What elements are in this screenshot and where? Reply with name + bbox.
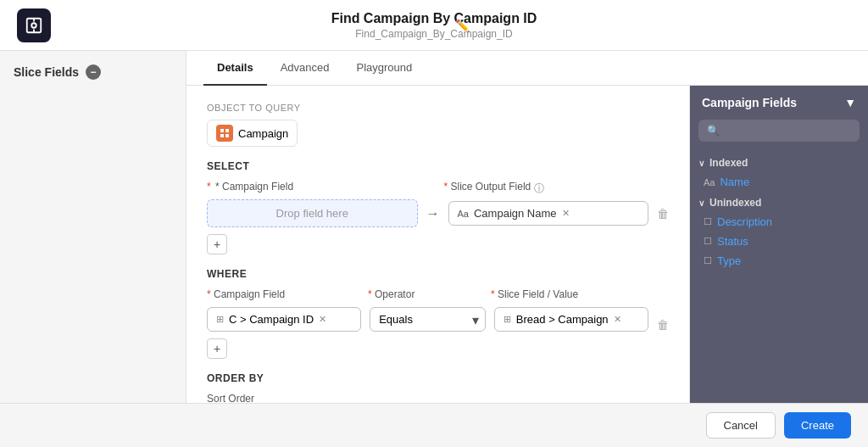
where-field-chip-text: C > Campaign ID bbox=[229, 313, 314, 326]
unindexed-chevron-icon: ∨ bbox=[698, 198, 704, 208]
info-icon[interactable]: ⓘ bbox=[534, 182, 544, 196]
page-title: Find Campaign By Campaign ID bbox=[331, 11, 537, 26]
form-panel-row: Object To Query Campaign bbox=[186, 86, 868, 403]
filter-icon[interactable]: ▼ bbox=[844, 96, 856, 109]
field-item-name[interactable]: Aa Name bbox=[698, 172, 860, 192]
add-select-row-btn[interactable]: + bbox=[207, 234, 669, 254]
header: Find Campaign By Campaign ID Find_Campai… bbox=[0, 0, 868, 51]
svg-rect-6 bbox=[220, 134, 224, 137]
add-row-plus-icon[interactable]: + bbox=[207, 234, 227, 254]
tabs-bar: Details Advanced Playground bbox=[186, 51, 868, 86]
unindexed-section-header[interactable]: ∨ Unindexed bbox=[698, 197, 860, 209]
object-badge: Campaign bbox=[207, 120, 298, 147]
cancel-button[interactable]: Cancel bbox=[706, 412, 776, 439]
operator-select[interactable]: Equals bbox=[370, 307, 486, 332]
drop-field-box[interactable]: Drop field here bbox=[207, 199, 418, 227]
svg-rect-7 bbox=[225, 134, 229, 137]
slice-output-label: * Slice Output Field bbox=[444, 181, 531, 193]
tab-playground[interactable]: Playground bbox=[342, 51, 426, 86]
create-button[interactable]: Create bbox=[784, 412, 851, 439]
slice-value-label: * Slice Field / Value bbox=[491, 288, 643, 300]
indexed-chevron-icon: ∨ bbox=[698, 159, 704, 168]
arrow-icon: → bbox=[426, 206, 440, 221]
sort-order-label: Sort Order bbox=[207, 393, 669, 403]
where-label: WHERE bbox=[207, 268, 669, 280]
footer: Cancel Create bbox=[0, 403, 868, 447]
slice-value-box: ⊞ Bread > Campaign ✕ bbox=[494, 307, 648, 332]
field-item-type[interactable]: ☐ Type bbox=[698, 251, 860, 271]
right-panel-body: ∨ Indexed Aa Name ∨ Unindexed ☐ Descript… bbox=[690, 148, 868, 403]
search-box: 🔍 bbox=[698, 120, 860, 142]
where-row: ⊞ C > Campaign ID ✕ Equals bbox=[207, 307, 669, 332]
select-row-delete-icon[interactable]: 🗑 bbox=[657, 207, 669, 221]
right-panel: Campaign Fields ▼ 🔍 ∨ Indexed Aa Name bbox=[690, 86, 868, 403]
object-icon bbox=[216, 125, 233, 142]
output-field-chip-text: Campaign Name bbox=[474, 207, 557, 220]
status-field-type-icon: ☐ bbox=[704, 236, 712, 247]
name-field-text: Name bbox=[720, 176, 749, 188]
right-panel-header: Campaign Fields ▼ bbox=[690, 86, 868, 120]
where-field-type-icon: ⊞ bbox=[216, 314, 224, 325]
unindexed-label: Unindexed bbox=[709, 197, 761, 209]
sidebar-header: Slice Fields − bbox=[14, 64, 172, 80]
description-field-text: Description bbox=[717, 215, 772, 228]
where-field-close-icon[interactable]: ✕ bbox=[319, 314, 326, 325]
order-by-section: ORDER BY Sort Order Not Sorted bbox=[207, 372, 669, 403]
main-layout: Slice Fields − Details Advanced Playgrou… bbox=[0, 51, 868, 403]
operator-label: * Operator bbox=[368, 288, 482, 300]
operator-wrapper: Equals bbox=[370, 307, 486, 332]
app-logo bbox=[17, 8, 51, 42]
where-headers: * Campaign Field * Operator bbox=[207, 288, 669, 304]
sidebar: Slice Fields − bbox=[0, 51, 186, 403]
object-name: Campaign bbox=[238, 127, 288, 140]
tab-details[interactable]: Details bbox=[203, 51, 267, 86]
select-label: SELECT bbox=[207, 160, 669, 172]
indexed-label: Indexed bbox=[709, 157, 748, 169]
slice-value-grid-icon: ⊞ bbox=[504, 314, 511, 325]
svg-rect-4 bbox=[220, 129, 224, 132]
select-section: SELECT * * Campaign Field * bbox=[207, 160, 669, 254]
field-item-status[interactable]: ☐ Status bbox=[698, 232, 860, 251]
select-field-headers: * * Campaign Field * Slice Output Field … bbox=[207, 181, 669, 196]
indexed-section-header[interactable]: ∨ Indexed bbox=[698, 157, 860, 169]
edit-icon[interactable]: ✏️ bbox=[455, 19, 470, 32]
svg-rect-5 bbox=[225, 129, 229, 132]
name-field-type-icon: Aa bbox=[704, 177, 715, 187]
campaign-field-label: * * Campaign Field bbox=[207, 181, 407, 193]
tab-advanced[interactable]: Advanced bbox=[267, 51, 343, 86]
slice-value-close-icon[interactable]: ✕ bbox=[614, 314, 621, 325]
object-query-label: Object To Query bbox=[207, 103, 669, 113]
select-field-row: Drop field here → Aa Campaign Name ✕ 🗑 bbox=[207, 199, 669, 227]
sidebar-label: Slice Fields bbox=[14, 65, 79, 79]
type-field-type-icon: ☐ bbox=[704, 255, 712, 266]
desc-field-type-icon: ☐ bbox=[704, 216, 712, 227]
operator-col: Equals bbox=[370, 307, 486, 332]
content-area: Details Advanced Playground Object To Qu… bbox=[186, 51, 868, 403]
sidebar-collapse-button[interactable]: − bbox=[86, 64, 101, 80]
header-title-group: Find Campaign By Campaign ID Find_Campai… bbox=[331, 11, 537, 40]
field-item-description[interactable]: ☐ Description bbox=[698, 212, 860, 232]
output-field-close-icon[interactable]: ✕ bbox=[562, 208, 570, 219]
output-field-box: Aa Campaign Name ✕ bbox=[448, 201, 649, 226]
where-row-delete-icon[interactable]: 🗑 bbox=[657, 318, 669, 332]
svg-point-1 bbox=[31, 23, 36, 28]
where-campaign-field-label: * Campaign Field bbox=[207, 288, 359, 300]
order-by-label: ORDER BY bbox=[207, 372, 669, 384]
status-field-text: Status bbox=[717, 235, 748, 248]
output-field-type-icon: Aa bbox=[458, 209, 469, 219]
add-where-row-btn[interactable]: + bbox=[207, 338, 669, 359]
where-campaign-field-box: ⊞ C > Campaign ID ✕ bbox=[207, 307, 361, 332]
page-subtitle: Find_Campaign_By_Campaign_ID bbox=[331, 28, 537, 40]
add-where-plus-icon[interactable]: + bbox=[207, 338, 227, 359]
type-field-text: Type bbox=[717, 254, 741, 267]
search-icon: 🔍 bbox=[707, 125, 720, 137]
where-section: WHERE * Campaign Field * Op bbox=[207, 268, 669, 359]
form-area: Object To Query Campaign bbox=[186, 86, 690, 403]
object-query-section: Object To Query Campaign bbox=[207, 103, 669, 147]
right-panel-title: Campaign Fields bbox=[702, 96, 797, 109]
search-input[interactable] bbox=[725, 125, 852, 137]
slice-value-chip-text: Bread > Campaign bbox=[516, 313, 609, 326]
